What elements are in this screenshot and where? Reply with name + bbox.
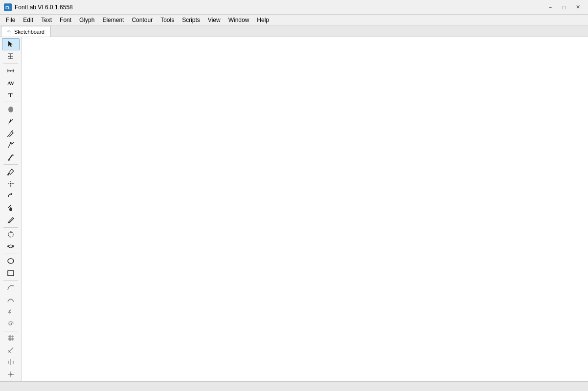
tool-nudge[interactable] bbox=[2, 178, 20, 190]
tool-text-tool[interactable]: T bbox=[2, 89, 20, 101]
tool-node-select[interactable] bbox=[2, 240, 20, 253]
svg-line-24 bbox=[8, 222, 8, 223]
title-bar-left: FL FontLab VI 6.0.1.6558 bbox=[4, 3, 73, 11]
tool-distribute[interactable] bbox=[2, 356, 20, 369]
svg-text:FL: FL bbox=[5, 5, 11, 10]
svg-text:AV: AV bbox=[7, 80, 15, 86]
close-button[interactable]: ✕ bbox=[571, 2, 584, 13]
tool-scale-tool[interactable] bbox=[2, 344, 20, 356]
svg-point-9 bbox=[8, 107, 13, 112]
main-area: AVT bbox=[0, 37, 588, 381]
menu-bar: FileEditTextFontGlyphElementContourTools… bbox=[0, 15, 588, 25]
canvas-area[interactable] bbox=[22, 37, 588, 381]
svg-line-36 bbox=[8, 348, 13, 352]
svg-point-25 bbox=[10, 231, 12, 233]
svg-text:T: T bbox=[8, 91, 13, 99]
tool-separator bbox=[3, 331, 18, 331]
maximize-button[interactable]: □ bbox=[558, 2, 570, 13]
tool-rotation[interactable] bbox=[2, 190, 20, 202]
menu-item-view[interactable]: View bbox=[204, 15, 225, 25]
svg-line-10 bbox=[12, 119, 13, 121]
svg-point-27 bbox=[12, 245, 14, 247]
tool-kerning[interactable]: AV bbox=[2, 77, 20, 89]
title-text: FontLab VI 6.0.1.6558 bbox=[15, 4, 73, 11]
title-bar-controls: − □ ✕ bbox=[544, 2, 584, 13]
tool-grid[interactable] bbox=[2, 332, 20, 345]
svg-point-43 bbox=[10, 373, 12, 375]
tool-eraser[interactable] bbox=[2, 103, 20, 115]
svg-line-12 bbox=[12, 130, 13, 131]
tool-contour-select[interactable] bbox=[2, 229, 20, 241]
svg-point-26 bbox=[7, 245, 9, 247]
tab-bar: ✏Sketchboard bbox=[0, 25, 588, 37]
toolbar: AVT bbox=[0, 37, 22, 381]
tool-separator bbox=[3, 164, 18, 165]
menu-item-help[interactable]: Help bbox=[253, 15, 273, 25]
svg-point-18 bbox=[10, 183, 11, 185]
tool-separator bbox=[3, 254, 18, 254]
tool-brush[interactable] bbox=[2, 152, 20, 164]
menu-item-font[interactable]: Font bbox=[56, 15, 75, 25]
tool-separator bbox=[3, 102, 18, 102]
tool-separator bbox=[3, 280, 18, 281]
menu-item-glyph[interactable]: Glyph bbox=[75, 15, 98, 25]
status-bar bbox=[0, 381, 588, 391]
menu-item-edit[interactable]: Edit bbox=[19, 15, 37, 25]
tool-pencil[interactable] bbox=[2, 128, 20, 140]
menu-item-window[interactable]: Window bbox=[225, 15, 253, 25]
tool-separator bbox=[3, 63, 18, 64]
menu-item-contour[interactable]: Contour bbox=[128, 15, 157, 25]
svg-line-11 bbox=[8, 124, 9, 125]
svg-rect-29 bbox=[8, 271, 14, 276]
tab-sketchboard[interactable]: ✏Sketchboard bbox=[1, 26, 51, 37]
tool-pen[interactable] bbox=[2, 115, 20, 128]
tool-curve[interactable] bbox=[2, 282, 20, 294]
tool-rectangle[interactable] bbox=[2, 267, 20, 279]
svg-point-14 bbox=[10, 142, 11, 144]
tool-transform[interactable] bbox=[2, 50, 20, 63]
tool-eyedropper[interactable] bbox=[2, 166, 20, 178]
svg-point-17 bbox=[7, 174, 9, 175]
tool-measure[interactable] bbox=[2, 65, 20, 77]
svg-point-28 bbox=[8, 259, 14, 263]
app-icon: FL bbox=[4, 3, 12, 11]
menu-item-scripts[interactable]: Scripts bbox=[178, 15, 204, 25]
tool-rapid-pen[interactable] bbox=[2, 139, 20, 152]
svg-point-15 bbox=[8, 159, 10, 161]
tab-label-sketchboard: Sketchboard bbox=[14, 29, 45, 35]
svg-rect-2 bbox=[8, 56, 9, 57]
menu-item-tools[interactable]: Tools bbox=[157, 15, 178, 25]
tool-separator bbox=[3, 227, 18, 228]
tool-arc[interactable] bbox=[2, 294, 20, 306]
menu-item-text[interactable]: Text bbox=[37, 15, 56, 25]
tool-knife[interactable] bbox=[2, 214, 20, 226]
minimize-button[interactable]: − bbox=[544, 2, 557, 13]
tool-pointer[interactable] bbox=[2, 38, 20, 50]
menu-item-file[interactable]: File bbox=[2, 15, 19, 25]
svg-line-13 bbox=[7, 136, 8, 137]
title-bar: FL FontLab VI 6.0.1.6558 − □ ✕ bbox=[0, 0, 588, 15]
tool-arrange[interactable] bbox=[2, 368, 20, 380]
menu-item-element[interactable]: Element bbox=[98, 15, 128, 25]
tool-fill[interactable] bbox=[2, 202, 20, 214]
tab-icon-sketchboard: ✏ bbox=[7, 29, 11, 34]
tool-ellipse[interactable] bbox=[2, 255, 20, 267]
tool-undo-dir[interactable] bbox=[2, 305, 20, 318]
tool-spiral[interactable] bbox=[2, 318, 20, 330]
